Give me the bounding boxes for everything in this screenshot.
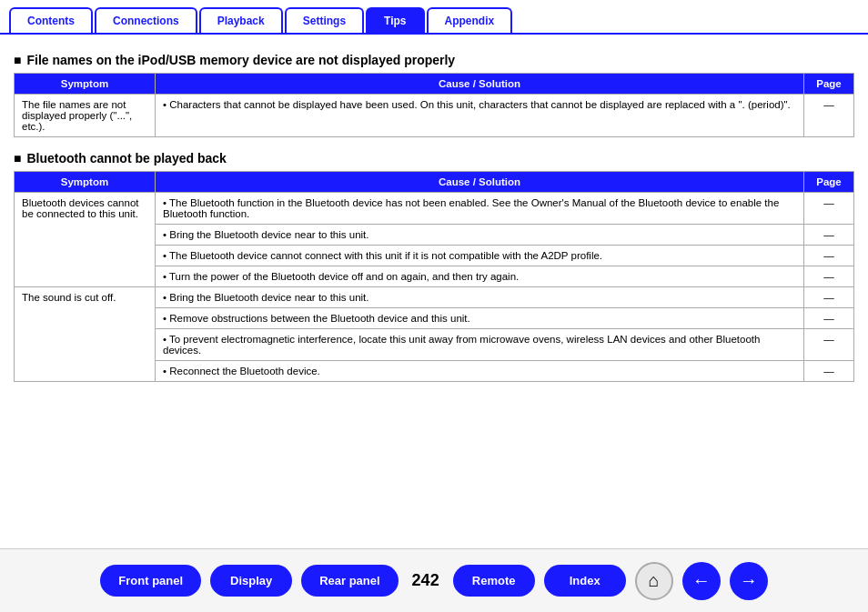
bottom-navigation: Front panel Display Rear panel 242 Remot… <box>0 548 868 612</box>
rear-panel-button[interactable]: Rear panel <box>301 565 398 597</box>
bt-cause-2-2: • Remove obstructions between the Blueto… <box>156 308 804 329</box>
section-heading-ipod: File names on the iPod/USB memory device… <box>14 53 854 67</box>
bt-symptom-1: Bluetooth devices cannot be connected to… <box>15 193 156 287</box>
bt-cause-1-1: • The Bluetooth function in the Bluetoot… <box>156 193 804 225</box>
tab-playback[interactable]: Playback <box>199 7 283 33</box>
bt-page-2-4: — <box>804 361 854 382</box>
index-button[interactable]: Index <box>544 565 626 597</box>
ipod-col-symptom: Symptom <box>15 74 156 95</box>
home-button[interactable]: ⌂ <box>635 562 673 600</box>
back-button[interactable]: ← <box>682 562 721 600</box>
tab-connections[interactable]: Connections <box>95 7 197 33</box>
bt-page-1-1: — <box>804 193 854 225</box>
ipod-col-cause: Cause / Solution <box>156 74 804 95</box>
tab-contents[interactable]: Contents <box>9 7 93 33</box>
remote-button[interactable]: Remote <box>453 565 535 597</box>
bt-page-2-1: — <box>804 287 854 308</box>
bt-cause-2-4: • Reconnect the Bluetooth device. <box>156 361 804 382</box>
forward-button[interactable]: → <box>730 562 768 600</box>
navigation-tabs: Contents Connections Playback Settings T… <box>0 0 868 35</box>
table-row: Bluetooth devices cannot be connected to… <box>15 193 854 225</box>
bt-col-page: Page <box>804 172 854 193</box>
table-row: The file names are not displayed properl… <box>15 95 854 137</box>
bt-col-symptom: Symptom <box>15 172 156 193</box>
ipod-symptom-1: The file names are not displayed properl… <box>15 95 156 137</box>
front-panel-button[interactable]: Front panel <box>100 565 201 597</box>
bt-cause-1-3: • The Bluetooth device cannot connect wi… <box>156 246 804 266</box>
bt-col-cause: Cause / Solution <box>156 172 804 193</box>
table-row: The sound is cut off. • Bring the Blueto… <box>15 287 854 308</box>
tab-settings[interactable]: Settings <box>285 7 364 33</box>
bt-cause-1-2: • Bring the Bluetooth device near to thi… <box>156 225 804 246</box>
page-number: 242 <box>408 571 444 590</box>
bt-page-1-2: — <box>804 225 854 246</box>
bt-symptom-2: The sound is cut off. <box>15 287 156 382</box>
bt-page-1-4: — <box>804 266 854 287</box>
bt-cause-2-1: • Bring the Bluetooth device near to thi… <box>156 287 804 308</box>
tab-appendix[interactable]: Appendix <box>427 7 513 33</box>
bt-page-2-2: — <box>804 308 854 329</box>
ipod-cause-1: • Characters that cannot be displayed ha… <box>156 95 804 137</box>
bluetooth-table: Symptom Cause / Solution Page Bluetooth … <box>14 171 854 382</box>
bt-page-2-3: — <box>804 329 854 361</box>
bt-cause-2-3: • To prevent electromagnetic interferenc… <box>156 329 804 361</box>
bt-cause-1-4: • Turn the power of the Bluetooth device… <box>156 266 804 287</box>
tab-tips[interactable]: Tips <box>366 7 424 33</box>
section-heading-bluetooth: Bluetooth cannot be played back <box>14 151 854 166</box>
ipod-page-1: — <box>804 95 854 137</box>
ipod-col-page: Page <box>804 74 854 95</box>
ipod-table: Symptom Cause / Solution Page The file n… <box>14 73 854 137</box>
display-button[interactable]: Display <box>210 565 292 597</box>
main-content: File names on the iPod/USB memory device… <box>0 35 868 405</box>
bt-page-1-3: — <box>804 246 854 266</box>
